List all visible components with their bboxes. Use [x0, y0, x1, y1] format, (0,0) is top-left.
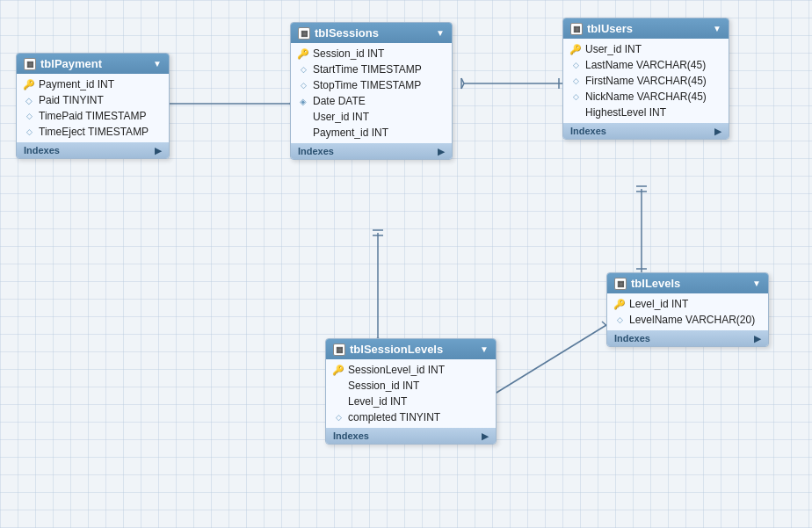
- table-title-tblLevels: tblLevels: [631, 277, 680, 290]
- indexes-expand-icon[interactable]: ▶: [155, 146, 162, 156]
- table-row: 🔑 User_id INT: [563, 41, 729, 57]
- svg-line-7: [461, 78, 464, 83]
- table-body-tblLevels: 🔑 Level_id INT ◇ LevelName VARCHAR(20): [607, 293, 768, 330]
- spacer-icon: [333, 380, 344, 391]
- table-body-tblSessions: 🔑 Session_id INT ◇ StartTime TIMESTAMP ◇…: [291, 43, 452, 143]
- table-row: ◇ FirstName VARCHAR(45): [563, 73, 729, 89]
- table-icon-tblPayment: ▦: [24, 58, 36, 70]
- indexes-expand-icon[interactable]: ▶: [754, 334, 761, 344]
- table-row: Payment_id INT: [291, 125, 452, 141]
- table-tblUsers: ▦ tblUsers ▼ 🔑 User_id INT ◇ LastName VA…: [562, 18, 729, 140]
- field-text: Level_id INT: [348, 395, 407, 408]
- diamond-icon: ◇: [298, 80, 308, 90]
- indexes-expand-icon[interactable]: ▶: [438, 147, 445, 156]
- field-text: Level_id INT: [629, 298, 688, 310]
- pk-icon: 🔑: [333, 365, 344, 375]
- table-row: User_id INT: [291, 109, 452, 125]
- diamond-icon: ◇: [570, 60, 581, 70]
- indexes-tblSessionLevels[interactable]: Indexes ▶: [326, 428, 496, 444]
- table-tblSessionLevels: ▦ tblSessionLevels ▼ 🔑 SessionLevel_id I…: [325, 338, 497, 445]
- table-row: ◈ Date DATE: [291, 93, 452, 109]
- field-text: StopTime TIMESTAMP: [313, 79, 421, 91]
- table-body-tblSessionLevels: 🔑 SessionLevel_id INT Session_id INT Lev…: [326, 359, 496, 428]
- indexes-tblUsers[interactable]: Indexes ▶: [563, 123, 729, 139]
- svg-line-8: [461, 83, 464, 89]
- table-row: 🔑 Level_id INT: [607, 296, 768, 312]
- table-header-tblSessions[interactable]: ▦ tblSessions ▼: [291, 23, 452, 43]
- pk-icon: 🔑: [24, 79, 34, 90]
- table-row: 🔑 Session_id INT: [291, 46, 452, 61]
- table-title-tblUsers: tblUsers: [587, 22, 633, 35]
- table-icon-tblSessionLevels: ▦: [333, 344, 345, 356]
- table-header-tblUsers[interactable]: ▦ tblUsers ▼: [563, 18, 729, 39]
- diamond-icon: ◇: [298, 64, 308, 75]
- indexes-tblLevels[interactable]: Indexes ▶: [607, 330, 768, 346]
- table-row: ◇ Paid TINYINT: [17, 92, 169, 108]
- field-text: completed TINYINT: [348, 411, 440, 423]
- field-text: StartTime TIMESTAMP: [313, 63, 422, 76]
- table-title-tblSessionLevels: tblSessionLevels: [350, 343, 443, 356]
- indexes-tblSessions[interactable]: Indexes ▶: [291, 143, 452, 159]
- indexes-expand-icon[interactable]: ▶: [482, 431, 489, 441]
- pk-icon: 🔑: [298, 48, 308, 59]
- table-icon-tblUsers: ▦: [570, 23, 583, 35]
- table-header-tblPayment[interactable]: ▦ tblPayment ▼: [17, 54, 169, 74]
- indexes-tblPayment[interactable]: Indexes ▶: [17, 142, 169, 158]
- table-row: ◇ StopTime TIMESTAMP: [291, 77, 452, 93]
- field-text: FirstName VARCHAR(45): [585, 75, 707, 87]
- dropdown-arrow-tblPayment[interactable]: ▼: [153, 59, 162, 69]
- field-text: Session_id INT: [348, 380, 419, 392]
- fk-icon: ◇: [24, 95, 34, 105]
- table-body-tblUsers: 🔑 User_id INT ◇ LastName VARCHAR(45) ◇ F…: [563, 39, 729, 123]
- pk-icon: 🔑: [614, 299, 625, 309]
- field-text: TimePaid TIMESTAMP: [39, 110, 146, 122]
- table-tblLevels: ▦ tblLevels ▼ 🔑 Level_id INT ◇ LevelName…: [606, 272, 769, 347]
- field-text: Date DATE: [313, 95, 366, 107]
- diamond-icon: ◇: [614, 315, 625, 325]
- indexes-label: Indexes: [333, 430, 369, 441]
- indexes-label: Indexes: [24, 145, 60, 156]
- field-text: Session_id INT: [313, 47, 384, 60]
- field-text: Payment_id INT: [313, 127, 388, 139]
- fk-icon: ◈: [298, 96, 308, 106]
- table-icon-tblSessions: ▦: [298, 27, 310, 40]
- table-row: ◇ StartTime TIMESTAMP: [291, 61, 452, 77]
- table-row: ◇ LastName VARCHAR(45): [563, 57, 729, 73]
- field-text: Paid TINYINT: [39, 94, 104, 106]
- table-header-tblSessionLevels[interactable]: ▦ tblSessionLevels ▼: [326, 339, 496, 359]
- spacer-icon: [298, 112, 308, 122]
- table-header-tblLevels[interactable]: ▦ tblLevels ▼: [607, 273, 768, 293]
- field-text: HighestLevel INT: [585, 106, 666, 119]
- pk-icon: 🔑: [570, 44, 581, 54]
- field-text: LastName VARCHAR(45): [585, 59, 706, 71]
- field-text: User_id INT: [585, 43, 642, 55]
- field-text: NickName VARCHAR(45): [585, 90, 707, 103]
- table-title-tblPayment: tblPayment: [40, 57, 102, 70]
- indexes-label: Indexes: [570, 126, 606, 136]
- table-row: 🔑 SessionLevel_id INT: [326, 362, 496, 378]
- table-row: ◇ TimePaid TIMESTAMP: [17, 108, 169, 124]
- table-row: ◇ NickName VARCHAR(45): [563, 89, 729, 105]
- dropdown-arrow-tblSessionLevels[interactable]: ▼: [480, 344, 489, 354]
- table-row: ◇ completed TINYINT: [326, 409, 496, 425]
- dropdown-arrow-tblSessions[interactable]: ▼: [436, 28, 445, 38]
- field-text: SessionLevel_id INT: [348, 364, 445, 376]
- table-row: Session_id INT: [326, 378, 496, 394]
- table-icon-tblLevels: ▦: [614, 278, 627, 290]
- table-row: HighestLevel INT: [563, 105, 729, 120]
- field-text: LevelName VARCHAR(20): [629, 314, 755, 326]
- spacer-icon: [298, 127, 308, 138]
- table-row: Level_id INT: [326, 394, 496, 409]
- table-row: 🔑 Payment_id INT: [17, 76, 169, 92]
- diamond-icon: ◇: [570, 91, 581, 102]
- field-text: TimeEject TIMESTAMP: [39, 126, 149, 138]
- field-text: User_id INT: [313, 111, 369, 123]
- indexes-label: Indexes: [298, 146, 334, 156]
- dropdown-arrow-tblLevels[interactable]: ▼: [752, 278, 761, 288]
- diamond-icon: ◇: [570, 76, 581, 86]
- dropdown-arrow-tblUsers[interactable]: ▼: [713, 24, 721, 33]
- indexes-expand-icon[interactable]: ▶: [714, 127, 721, 136]
- table-body-tblPayment: 🔑 Payment_id INT ◇ Paid TINYINT ◇ TimePa…: [17, 74, 169, 142]
- diamond-icon: ◇: [24, 127, 34, 137]
- field-text: Payment_id INT: [39, 78, 114, 90]
